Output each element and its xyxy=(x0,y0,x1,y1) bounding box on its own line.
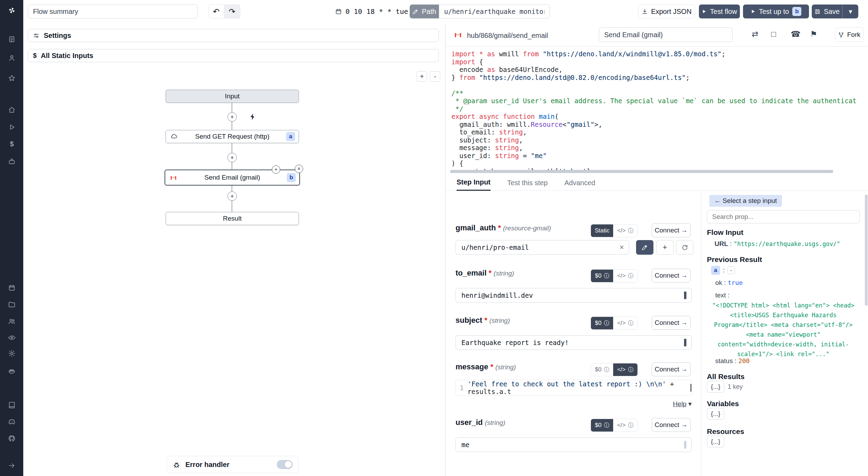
connect-button-subject[interactable]: Connect → xyxy=(652,316,691,330)
groups-icon[interactable] xyxy=(8,317,16,325)
phone-icon[interactable]: ☎ xyxy=(791,30,801,39)
fork-button[interactable]: Fork xyxy=(835,27,863,42)
search-prop-input[interactable] xyxy=(707,210,860,223)
resources-icon[interactable] xyxy=(8,157,16,166)
to-email-input[interactable] xyxy=(456,288,692,303)
input-mode-toggle-user-id[interactable]: $0ⓘ </>ⓘ xyxy=(591,419,638,432)
subject-input[interactable] xyxy=(456,335,692,350)
resource-input[interactable]: × xyxy=(456,240,629,255)
connect-button-message[interactable]: Connect → xyxy=(652,362,691,376)
list-icon[interactable] xyxy=(8,35,16,43)
field-type: (resource-gmail) xyxy=(503,224,551,232)
message-expression-editor[interactable]: 1 'Feel free to check out the latest rep… xyxy=(456,380,692,396)
field-name: subject xyxy=(456,316,482,325)
sync-icon[interactable]: ⇄ xyxy=(752,30,758,39)
save-button[interactable]: Save xyxy=(812,5,842,18)
scrollbar-thumb[interactable] xyxy=(865,195,868,306)
resize-handle[interactable] xyxy=(684,292,686,299)
expand-icon[interactable] xyxy=(8,461,16,470)
topbar: ↶ ↷ 0 10 18 * * tue,thu Path Export JSON… xyxy=(23,0,868,24)
select-step-input-button[interactable]: ← Select a step input xyxy=(709,195,782,207)
code-editor[interactable]: import * as wmill from "https://deno.lan… xyxy=(445,47,868,170)
node-input[interactable]: Input xyxy=(166,90,299,103)
add-step-button-2[interactable]: + xyxy=(227,153,237,162)
settings-icon[interactable] xyxy=(8,349,16,358)
node-result[interactable]: Result xyxy=(166,212,299,225)
save-icon xyxy=(815,9,820,15)
docs-icon[interactable] xyxy=(8,401,16,409)
prop-key: URL xyxy=(715,240,728,247)
test-up-to-button[interactable]: Test up to b xyxy=(743,5,809,18)
test-flow-button[interactable]: Test flow xyxy=(699,5,740,18)
tab-step-input[interactable]: Step Input xyxy=(457,178,491,191)
tab-advanced[interactable]: Advanced xyxy=(564,179,595,190)
connect-label: Connect → xyxy=(654,421,687,429)
fork-icon xyxy=(838,32,844,38)
audit-icon[interactable] xyxy=(8,334,16,342)
result-text-key: text : xyxy=(715,292,729,299)
node-send-email[interactable]: Send Email (gmail) b xyxy=(165,170,300,186)
input-mode-toggle-message[interactable]: $0ⓘ </>ⓘ xyxy=(591,363,638,376)
static-inputs-row[interactable]: $ All Static Inputs xyxy=(28,49,439,62)
help-link[interactable]: Help xyxy=(673,400,686,408)
delete-node-button[interactable]: × xyxy=(295,165,303,173)
workers-icon[interactable] xyxy=(8,367,16,375)
result-ok-row[interactable]: ok : true xyxy=(715,279,743,287)
step-input-inspector: ← Select a step input Flow Input URL : "… xyxy=(701,191,868,476)
zoom-in-button[interactable]: + xyxy=(417,71,427,82)
result-status-row[interactable]: status : 200 xyxy=(715,357,750,365)
error-handler-toggle[interactable] xyxy=(277,460,293,469)
tab-test-this-step[interactable]: Test this step xyxy=(507,179,548,190)
trigger-bolt-icon[interactable] xyxy=(249,113,257,122)
variables-expand-button[interactable]: {...} xyxy=(707,408,724,420)
github-icon[interactable] xyxy=(8,434,16,443)
error-handler-row[interactable]: Error handler xyxy=(167,456,299,473)
move-node-button[interactable]: + xyxy=(272,165,280,174)
redo-button[interactable]: ↷ xyxy=(224,5,240,18)
step-name-input[interactable] xyxy=(599,27,733,42)
path-button[interactable]: Path xyxy=(410,5,439,18)
input-mode-toggle-gmail-auth[interactable]: Static </>ⓘ xyxy=(591,224,638,237)
home-icon[interactable] xyxy=(8,106,16,114)
resize-handle[interactable] xyxy=(684,441,686,449)
user-icon[interactable] xyxy=(8,54,16,62)
discord-icon[interactable] xyxy=(8,418,16,426)
collapsed-value[interactable]: - xyxy=(727,266,735,274)
connect-button-gmail-auth[interactable]: Connect → xyxy=(652,223,691,237)
settings-row[interactable]: Settings xyxy=(28,29,439,42)
flow-summary-input[interactable] xyxy=(28,5,198,18)
save-menu-button[interactable]: ▾ xyxy=(842,5,858,18)
node-get-request[interactable]: Send GET Request (http) a xyxy=(166,130,299,143)
path-input[interactable] xyxy=(439,5,550,18)
add-resource-button[interactable]: + xyxy=(656,240,674,255)
zoom-out-button[interactable]: - xyxy=(430,71,440,82)
input-mode-toggle-to-email[interactable]: $0ⓘ </>ⓘ xyxy=(591,269,638,282)
undo-button[interactable]: ↶ xyxy=(208,5,224,18)
schedules-icon[interactable] xyxy=(8,284,16,292)
resize-handle[interactable] xyxy=(684,339,686,346)
runs-icon[interactable] xyxy=(8,123,16,131)
user-id-input[interactable] xyxy=(456,437,692,452)
star-icon[interactable] xyxy=(8,74,16,82)
result-text-value[interactable]: "<!DOCTYPE html> <html lang="en"> <head>… xyxy=(707,301,860,359)
windmill-logo-icon[interactable] xyxy=(8,6,16,15)
flag-icon[interactable]: ⚑ xyxy=(810,30,817,39)
folders-icon[interactable] xyxy=(8,300,16,309)
all-results-expand-button[interactable]: {...} xyxy=(707,381,724,393)
field-type: (string) xyxy=(485,419,505,427)
add-step-button-3[interactable]: + xyxy=(227,191,237,201)
input-mode-toggle-subject[interactable]: $0ⓘ </>ⓘ xyxy=(591,317,638,330)
connect-button-user-id[interactable]: Connect → xyxy=(652,418,691,432)
result-a-row[interactable]: a : - xyxy=(711,266,735,275)
add-step-button-1[interactable]: + xyxy=(227,112,237,122)
refresh-resource-button[interactable] xyxy=(676,240,693,255)
clear-icon[interactable]: × xyxy=(619,243,624,252)
resources-expand-button[interactable]: {...} xyxy=(707,436,724,448)
code-hscrollbar[interactable] xyxy=(450,170,833,173)
connect-button-to-email[interactable]: Connect → xyxy=(652,269,691,282)
flow-input-url-row[interactable]: URL : "https://earthquake.usgs.gov/" xyxy=(715,240,860,248)
edit-resource-button[interactable] xyxy=(636,240,653,255)
export-json-button[interactable]: Export JSON xyxy=(638,5,695,18)
box-icon[interactable]: □ xyxy=(771,30,776,39)
variables-icon[interactable]: $ xyxy=(8,140,16,148)
